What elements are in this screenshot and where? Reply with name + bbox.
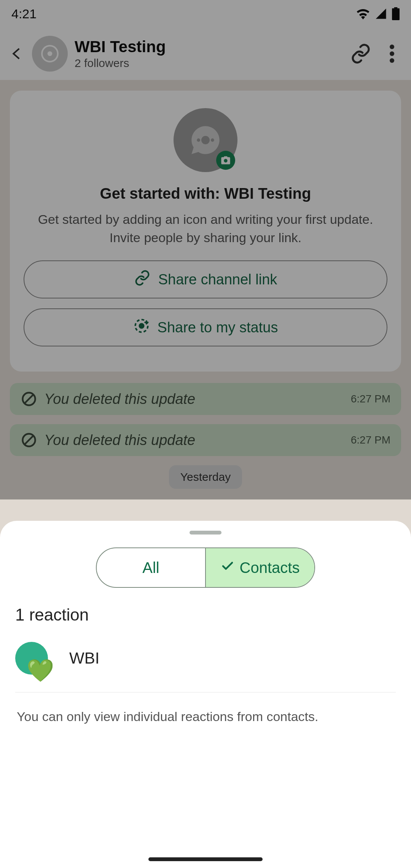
heart-emoji-icon: 💚 [27, 659, 54, 681]
reaction-count: 1 reaction [15, 605, 396, 624]
nav-gesture-pill[interactable] [148, 857, 263, 861]
reactor-name: WBI [69, 649, 99, 667]
tab-contacts-label: Contacts [240, 559, 300, 576]
tab-contacts[interactable]: Contacts [205, 548, 314, 587]
reactor-avatar: 💚 [15, 642, 48, 675]
check-icon [221, 559, 234, 576]
tab-all-label: All [142, 559, 159, 576]
sheet-info-note: You can only view individual reactions f… [15, 709, 396, 724]
tab-all[interactable]: All [97, 548, 205, 587]
segmented-control: All Contacts [96, 547, 315, 588]
reaction-row[interactable]: 💚 WBI [15, 642, 396, 692]
reactions-bottom-sheet: All Contacts 1 reaction 💚 WBI You can on… [0, 521, 411, 868]
drag-handle[interactable] [190, 531, 221, 535]
